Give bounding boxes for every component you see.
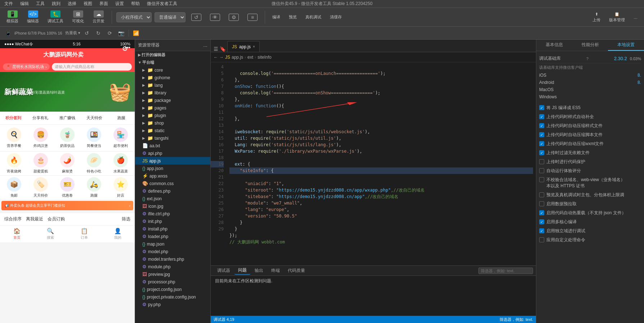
checkbox-hot-reload[interactable]: 启用代码自动热重载（不支持 json 文件）	[539, 208, 641, 217]
file-project-config-json[interactable]: {} project.config.json	[135, 286, 210, 293]
file-module-php[interactable]: ⚙ module.php	[135, 263, 210, 270]
menu-wechat-tools[interactable]: 微信开发者工具	[146, 0, 179, 8]
rotate-btn[interactable]: ⟳	[105, 28, 115, 38]
checkbox-preview-limit[interactable]: 预览及真机调试时主包、分包体积上限调	[539, 190, 641, 199]
checkbox-filter-deps-box[interactable]	[539, 150, 544, 155]
upload-btn[interactable]: ⬆ 上传	[590, 10, 603, 24]
location-selector[interactable]: 📍 昆明长水国际机场 ›	[3, 63, 50, 70]
folder-library[interactable]: ▶ 📁 library	[135, 89, 210, 97]
mode-select[interactable]: 小程序模式	[116, 12, 152, 22]
checkbox-style-minify-box[interactable]	[539, 123, 544, 128]
menu-select[interactable]: 选择	[66, 0, 78, 8]
right-tab-local[interactable]: 本地设置	[608, 40, 644, 51]
file-common-css[interactable]: 🎨 common.css	[135, 180, 210, 187]
folder-tangshi[interactable]: ▶ 📁 tangshi	[135, 134, 210, 142]
file-ifile-ctrl-php[interactable]: ⚙ ifile.ctrl.php	[135, 210, 210, 217]
menu-help[interactable]: 帮助	[130, 0, 141, 8]
simulator-btn[interactable]: 📱 模拟器	[4, 9, 21, 25]
phone-search-bar[interactable]: 请输入商户或商品名称	[52, 63, 132, 71]
checkbox-prefetch-box[interactable]	[539, 201, 544, 206]
checkbox-custom-handler[interactable]: 应用自定义处理命令	[539, 235, 641, 245]
checkbox-auto-score[interactable]: 自动运行体验评分	[539, 166, 641, 175]
cat-coupon[interactable]: 🎫 优惠卷	[55, 177, 80, 198]
editor-btn[interactable]: </> 编辑器	[24, 9, 42, 25]
file-model-php[interactable]: ⚙ model.php	[135, 248, 210, 255]
preview-eye-btn[interactable]: 👁	[207, 12, 223, 22]
folder-static[interactable]: ▶ 📁 static	[135, 127, 210, 134]
phone-icon-btn[interactable]: 📱	[3, 28, 13, 38]
file-processor-php[interactable]: ⚙ processor.php	[135, 278, 210, 286]
checkbox-style-autofix-box[interactable]	[539, 114, 544, 119]
wifi-btn[interactable]: 📶	[131, 28, 141, 38]
checkbox-multicore-box[interactable]	[539, 219, 544, 224]
file-loader-php[interactable]: ⚙ loader.php	[135, 233, 210, 240]
checkbox-filter-deps[interactable]: 上传时过滤无依赖文件	[539, 148, 641, 157]
cat-daily-deal[interactable]: 🏷️ 天天特价	[28, 177, 53, 198]
checkbox-es5-box[interactable]	[539, 105, 544, 110]
file-defines-php[interactable]: ⚙ defines.php	[135, 187, 210, 195]
right-tab-basic[interactable]: 基本信息	[536, 40, 572, 51]
file-ext-json[interactable]: {} ext.json	[135, 195, 210, 202]
folder-package[interactable]: ▶ 📁 package	[135, 97, 210, 104]
menu-interface[interactable]: 界面	[98, 0, 109, 8]
quick-delivery[interactable]: 跑腿	[108, 114, 135, 122]
cat-spicy[interactable]: 🌶️ 麻辣烫	[55, 153, 80, 174]
cat-cake[interactable]: 🎂 甜蜜蛋糕	[28, 153, 53, 174]
cat-errand[interactable]: 🛵 跑腿	[81, 177, 107, 198]
file-init-php[interactable]: ⚙ init.php	[135, 217, 210, 225]
breadcrumb-forward-btn[interactable]: →	[219, 55, 224, 60]
checkbox-code-protect-box[interactable]	[539, 159, 544, 164]
file-app-js[interactable]: JS app.js	[135, 157, 210, 165]
settings2-btn[interactable]: ⚙	[226, 12, 242, 22]
sort-btn[interactable]: 综合排序	[4, 216, 22, 222]
checkbox-script-minify-box[interactable]	[539, 132, 544, 137]
bottom-tab-problems[interactable]: 问题	[234, 266, 250, 275]
nav-search[interactable]: 🔍 搜索	[34, 228, 68, 240]
debugger-btn[interactable]: 🐛 调试工具	[45, 9, 66, 25]
filter-input[interactable]	[478, 268, 533, 274]
breadcrumb-back-btn[interactable]: ←	[214, 55, 218, 60]
file-map-json[interactable]: {} map.json	[135, 240, 210, 248]
folder-shop[interactable]: ▶ 📁 shop	[135, 119, 210, 127]
file-icon-jpg[interactable]: 🖼 icon.jpg	[135, 202, 210, 210]
checkbox-script-minify[interactable]: 上传代码时自动压缩脚本文件	[539, 130, 641, 139]
member-order-btn[interactable]: 会员订购	[48, 216, 65, 222]
more-btn[interactable]: ≡	[245, 12, 260, 22]
cat-supermarket[interactable]: 🏪 超市便利	[108, 127, 133, 148]
bottom-tab-terminal[interactable]: 终端	[268, 267, 283, 274]
bottom-tab-quality[interactable]: 代码质量	[284, 267, 309, 274]
tab-close-btn[interactable]: ×	[253, 45, 255, 49]
cat-good-shop[interactable]: ⭐ 好店	[108, 177, 133, 198]
real-debug-btn[interactable]: 真机调试	[303, 13, 324, 21]
file-preview-jpg[interactable]: 🖼 preview.jpg	[135, 270, 210, 278]
folder-pages[interactable]: ▶ 📁 pages	[135, 104, 210, 112]
redo-btn[interactable]: ↻	[93, 28, 103, 38]
checkbox-domain-verify-box[interactable]	[539, 177, 544, 182]
preview-btn[interactable]: 预览	[286, 13, 300, 21]
quick-deals[interactable]: 天天特价	[81, 114, 108, 122]
right-tab-perf[interactable]: 性能分析	[572, 40, 608, 51]
folder-gohome[interactable]: ▶ 📁 gohome	[135, 74, 210, 81]
cat-bbq[interactable]: 🔥 宵夜烧烤	[1, 153, 27, 174]
compile-action-btn[interactable]: 编译	[269, 13, 283, 21]
bottom-tab-debugger[interactable]: 调试器	[214, 267, 234, 274]
help-icon[interactable]: ?	[586, 57, 589, 61]
platform-header[interactable]: ▼ 平台端	[135, 59, 210, 66]
nav-home[interactable]: 🏠 首页	[0, 228, 34, 240]
checkbox-prefetch[interactable]: 启用数据预拉取	[539, 199, 641, 208]
file-project-private-config-json[interactable]: {} project.private.config.json	[135, 293, 210, 301]
checkbox-style-minify[interactable]: 上传代码时自动压缩样式文件	[539, 121, 641, 130]
checkbox-preview-limit-box[interactable]	[539, 192, 544, 197]
nav-orders[interactable]: 📋 订单	[67, 228, 101, 240]
folder-lang[interactable]: ▶ 📁 lang	[135, 81, 210, 89]
quick-signin[interactable]: 积分签到	[0, 114, 27, 122]
menu-edit[interactable]: 编辑	[19, 0, 30, 8]
menu-settings[interactable]: 设置	[114, 0, 125, 8]
checkbox-code-protect[interactable]: 上传时进行代码保护	[539, 157, 641, 166]
hotreload-label[interactable]: 热重载 ▾	[65, 30, 80, 36]
checkbox-es5[interactable]: 将 JS 编译成 ES5	[539, 103, 641, 112]
checkbox-auto-score-box[interactable]	[539, 168, 544, 173]
nearby-btn[interactable]: 离我最近	[26, 216, 43, 222]
file-aa-txt[interactable]: 📄 aa.txt	[135, 142, 210, 149]
checkbox-multicore[interactable]: 启用多核心编译	[539, 217, 641, 226]
